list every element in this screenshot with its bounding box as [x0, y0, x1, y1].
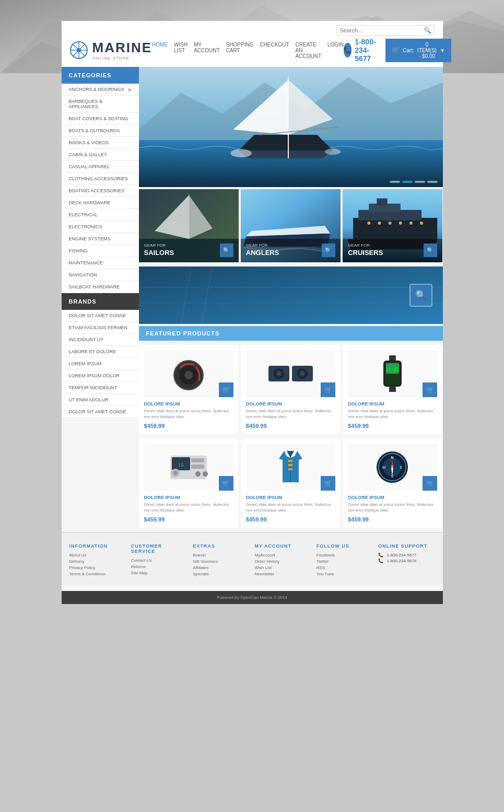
sidebar-item-label: FISHING — [69, 248, 88, 253]
collection-search-btn[interactable]: 🔍 — [409, 284, 432, 307]
sidebar-item-navigation[interactable]: NAVIGATION — [62, 269, 139, 281]
category-name-sailors: SAILORS — [144, 249, 174, 257]
brand-item-6[interactable]: LOREM IPSUM DOLOR — [62, 370, 139, 382]
add-to-cart-btn-1[interactable]: 🛒 — [219, 382, 233, 397]
add-to-cart-btn-5[interactable]: 🛒 — [321, 476, 335, 491]
add-to-cart-btn-3[interactable]: 🛒 — [423, 382, 437, 397]
footer-phone2: 📞 1-800-234-5678 — [378, 559, 435, 563]
sidebar-item-anchors[interactable]: ANCHORS & MOORINGS ▶ — [62, 84, 139, 96]
add-to-cart-btn-2[interactable]: 🛒 — [321, 382, 335, 397]
footer-link-contact[interactable]: Contact Us — [131, 558, 187, 563]
sidebar-item-cabin[interactable]: CABIN & GALLEY — [62, 149, 139, 161]
product-card-2: 🛒 DOLORE IPSUM Donec vitae diam at purus… — [241, 345, 341, 434]
product-image-jacket: 🛒 — [246, 444, 335, 491]
nav-home[interactable]: HOME — [152, 42, 168, 59]
brand-item-8[interactable]: UT ENIM ADOLUR — [62, 394, 139, 406]
sidebar-item-deck[interactable]: DECK HARDWARE — [62, 197, 139, 209]
sidebar-item-sailboat[interactable]: SAILBOAT HARDWARE — [62, 281, 139, 293]
product-image-speakers: 🛒 — [246, 350, 335, 397]
nav-create-account[interactable]: CREATE AN ACCOUNT — [296, 42, 321, 59]
footer-link-order-history[interactable]: Order History — [254, 559, 311, 564]
svg-point-63 — [203, 471, 208, 477]
footer-link-myaccount[interactable]: MyAccount — [254, 553, 311, 558]
sidebar-item-books[interactable]: BOOKS & VIDEOS — [62, 137, 139, 149]
footer-link-wishlist[interactable]: Wish List — [254, 565, 311, 570]
svg-point-46 — [278, 373, 280, 375]
nav-myaccount[interactable]: MY ACCOUNT — [194, 42, 219, 59]
search-button[interactable]: 🔍 — [424, 27, 431, 34]
dot-2[interactable] — [402, 181, 413, 183]
sidebar-item-boating[interactable]: BOATING ACCESSORIES — [62, 185, 139, 197]
hero-banner[interactable] — [139, 67, 443, 187]
sidebar-item-electrical[interactable]: ELECTRICAL — [62, 209, 139, 221]
footer-follow-title: FOLLOW US — [317, 543, 373, 549]
footer-link-terms[interactable]: Terms & Conditions — [69, 572, 126, 576]
category-banner-cruisers[interactable]: GEAR FOR CRUISERS 🔍 — [343, 189, 442, 262]
brand-item-7[interactable]: TEMPOR INCIDIDUNT — [62, 382, 139, 394]
footer-follow-us: FOLLOW US Facebook Twitter RSS You Tube — [317, 543, 373, 578]
brand-item-2[interactable]: ETIAM FACILISIS FERMEN — [62, 322, 139, 334]
sidebar-item-boat-covers[interactable]: BOAT COVERS & SEATING — [62, 113, 139, 125]
footer-link-affiliates[interactable]: Affiliates — [193, 565, 249, 570]
sidebar-item-maintenance[interactable]: MAINTENANCE — [62, 257, 139, 269]
collection-banner[interactable]: MARINE EQUIPMENT COLLECTION 2014 🔍 — [139, 266, 443, 324]
footer-link-newsletter[interactable]: Newsletter — [254, 572, 311, 576]
sidebar-item-casual[interactable]: CASUAL APPAREL — [62, 161, 139, 173]
dot-1[interactable] — [390, 181, 400, 183]
product-image-watch: 12:45 🛒 — [348, 350, 437, 397]
category-banners: GEAR FOR SAILORS 🔍 — [139, 187, 443, 264]
product-image-radio: 16 🛒 — [144, 444, 233, 491]
footer-link-gift[interactable]: Gift Vouchers — [193, 559, 249, 564]
brand-item-4[interactable]: LABORE ET DOLORE — [62, 346, 139, 358]
cart-button[interactable]: 🛒 Cart: 0 ITEM(S) - $0.00 ▼ — [385, 39, 451, 62]
nav-cart[interactable]: SHOPPING CART — [226, 42, 254, 59]
category-banner-anglers[interactable]: GEAR FOR ANGLERS 🔍 — [241, 189, 341, 262]
sailors-search-btn[interactable]: 🔍 — [220, 243, 233, 257]
svg-rect-28 — [377, 199, 388, 206]
product-title-3: DOLORE IPSUM — [348, 401, 437, 407]
sidebar-item-barbeques[interactable]: BARBEQUES & APPLIANCES — [62, 96, 139, 113]
brand-item-5[interactable]: LOREM IPSUM — [62, 358, 139, 370]
dot-3[interactable] — [415, 181, 425, 183]
svg-point-62 — [195, 471, 201, 477]
sidebar-item-electronics[interactable]: ELECTRONICS — [62, 221, 139, 233]
footer-link-facebook[interactable]: Facebook — [317, 553, 373, 558]
header-main: MARINE ONLINE STORE HOME WISH LIST MY AC… — [69, 38, 435, 63]
footer-link-youtube[interactable]: You Tube — [317, 572, 373, 576]
logo-name: MARINE — [92, 40, 153, 56]
sidebar-item-engine[interactable]: ENGINE SYSTEMS — [62, 233, 139, 245]
cruisers-overlay: GEAR FOR CRUISERS 🔍 — [343, 239, 442, 262]
footer-link-privacy[interactable]: Privacy Policy — [69, 565, 126, 570]
dot-4[interactable] — [427, 181, 438, 183]
footer-link-twitter[interactable]: Twitter — [317, 559, 373, 564]
category-banner-sailors[interactable]: GEAR FOR SAILORS 🔍 — [139, 189, 239, 262]
footer-link-about[interactable]: About Us — [69, 553, 126, 558]
footer-link-delivery[interactable]: Delivery — [69, 559, 126, 564]
anglers-search-btn[interactable]: 🔍 — [322, 243, 335, 257]
brand-item-1[interactable]: DOLOR SIT AMET CONSE — [62, 310, 139, 322]
search-input[interactable] — [340, 27, 424, 33]
nav-wishlist[interactable]: WISH LIST — [174, 42, 187, 59]
cruisers-search-btn[interactable]: 🔍 — [424, 243, 437, 257]
footer-grid: INFORMATION About Us Delivery Privacy Po… — [69, 543, 435, 578]
sidebar: CATEGORIES ANCHORS & MOORINGS ▶ BARBEQUE… — [62, 67, 139, 532]
search-box[interactable]: 🔍 — [336, 25, 435, 36]
svg-point-31 — [389, 222, 392, 225]
nav-checkout[interactable]: CHECKOUT — [260, 42, 289, 59]
sidebar-item-clothing[interactable]: CLOTHING ACCESSORIES — [62, 173, 139, 185]
sidebar-item-fishing[interactable]: FISHING — [62, 245, 139, 257]
add-to-cart-btn-4[interactable]: 🛒 — [219, 476, 233, 491]
brand-item-3[interactable]: INCIDIDUNT UT — [62, 334, 139, 346]
svg-rect-25 — [353, 218, 437, 239]
brand-item-9[interactable]: DOLOR SIT AMET CONSE — [62, 406, 139, 418]
cart-dropdown-arrow: ▼ — [440, 48, 445, 53]
add-to-cart-btn-6[interactable]: 🛒 — [423, 476, 437, 491]
nav-login[interactable]: LOGIN — [327, 42, 344, 59]
footer-link-returns[interactable]: Returns — [131, 564, 187, 569]
footer-link-rss[interactable]: RSS — [317, 565, 373, 570]
product-card-4: 16 🛒 DOLORE IPSUM Donec vitae d — [139, 438, 239, 528]
footer-link-sitemap[interactable]: Site Map — [131, 571, 187, 575]
footer-link-brands[interactable]: Brands — [193, 553, 249, 558]
sidebar-item-boats[interactable]: BOATS & OUTBOARDS — [62, 125, 139, 137]
footer-link-specials[interactable]: Specials — [193, 572, 249, 576]
